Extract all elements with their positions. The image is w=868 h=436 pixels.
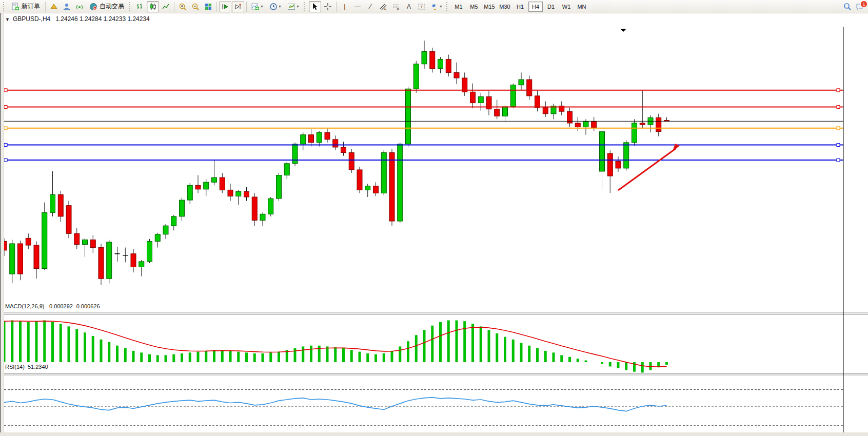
vertical-line-icon: | bbox=[344, 3, 345, 10]
separator bbox=[216, 2, 217, 12]
community-button[interactable] bbox=[61, 1, 73, 12]
svg-text:F: F bbox=[397, 8, 399, 11]
toolbar-grip[interactable] bbox=[3, 2, 6, 11]
tile-windows-button[interactable] bbox=[202, 1, 214, 12]
line-anchor[interactable] bbox=[4, 127, 7, 130]
candle-down bbox=[495, 109, 500, 116]
signals-button[interactable] bbox=[73, 1, 86, 12]
chevron-down-icon: ▼ bbox=[439, 5, 443, 8]
candlestick-chart-button[interactable] bbox=[147, 1, 159, 12]
tf-button-W1[interactable]: W1 bbox=[559, 2, 574, 12]
candle-down bbox=[640, 123, 645, 125]
line-anchor[interactable] bbox=[837, 105, 840, 108]
line-chart-button[interactable] bbox=[160, 1, 172, 12]
autotrading-label: 自动交易 bbox=[100, 2, 124, 11]
window-bottom-strip bbox=[0, 432, 868, 436]
chart-shift-marker-icon[interactable] bbox=[620, 29, 626, 32]
candle-down bbox=[90, 240, 95, 247]
toolbar-grip[interactable] bbox=[446, 2, 449, 11]
line-anchor[interactable] bbox=[837, 127, 840, 130]
chevron-down-icon: ▼ bbox=[260, 5, 264, 8]
candle-down bbox=[341, 147, 346, 153]
chart-shift-button[interactable] bbox=[232, 1, 244, 12]
arrows-icon bbox=[430, 3, 439, 11]
search-button[interactable] bbox=[841, 1, 854, 12]
tf-button-MN[interactable]: MN bbox=[575, 2, 589, 12]
macd-bar bbox=[84, 332, 86, 362]
zoom-in-button[interactable] bbox=[176, 1, 189, 12]
bar-chart-button[interactable] bbox=[134, 1, 146, 12]
candle-up bbox=[10, 244, 15, 274]
arrows-button[interactable]: ▼ bbox=[428, 1, 445, 12]
candle-up bbox=[422, 51, 427, 64]
horizontal-line-button[interactable]: — bbox=[351, 1, 364, 12]
tf-button-D1[interactable]: D1 bbox=[544, 2, 558, 12]
line-anchor[interactable] bbox=[4, 89, 7, 92]
macd-bar bbox=[488, 330, 490, 362]
tf-button-M15[interactable]: M15 bbox=[482, 2, 497, 12]
candle-down bbox=[454, 72, 459, 78]
new-order-icon bbox=[11, 3, 19, 11]
macd-bar bbox=[148, 354, 151, 362]
signals-icon bbox=[75, 3, 84, 11]
candle-up bbox=[583, 122, 588, 127]
tf-button-M5[interactable]: M5 bbox=[467, 2, 481, 12]
equidistant-channel-button[interactable]: E bbox=[377, 1, 389, 12]
candle-up bbox=[268, 199, 273, 214]
macd-bar bbox=[140, 352, 143, 362]
autotrading-button[interactable]: 自动交易 bbox=[86, 1, 127, 12]
chart-shift-icon bbox=[234, 3, 242, 11]
text-button[interactable]: A bbox=[403, 1, 415, 12]
candle-down bbox=[357, 170, 362, 190]
candle-up bbox=[365, 186, 370, 190]
line-anchor[interactable] bbox=[837, 143, 840, 146]
indicators-button[interactable]: ▼ bbox=[249, 1, 266, 12]
candle-up bbox=[180, 200, 185, 216]
trendline-button[interactable]: ∕ bbox=[364, 1, 377, 12]
macd-bar bbox=[237, 352, 240, 362]
templates-button[interactable]: ▼ bbox=[285, 1, 302, 12]
candle-down bbox=[18, 244, 23, 274]
separator bbox=[336, 2, 337, 12]
macd-bar bbox=[359, 352, 361, 362]
tf-button-H1[interactable]: H1 bbox=[513, 2, 527, 12]
gold-item-button[interactable] bbox=[48, 1, 60, 12]
tf-button-M1[interactable]: M1 bbox=[451, 2, 466, 12]
toolbar-grip[interactable] bbox=[304, 2, 306, 11]
line-anchor[interactable] bbox=[837, 158, 840, 162]
periods-button[interactable]: ▼ bbox=[267, 1, 284, 12]
macd-bar bbox=[439, 322, 442, 362]
line-anchor[interactable] bbox=[837, 89, 840, 92]
line-anchor[interactable] bbox=[4, 105, 7, 108]
line-anchor[interactable] bbox=[4, 158, 7, 162]
candle-down bbox=[373, 186, 379, 193]
window-left-edge bbox=[0, 13, 4, 432]
line-anchor[interactable] bbox=[4, 143, 7, 146]
candle-up bbox=[147, 241, 152, 261]
auto-scroll-button[interactable] bbox=[219, 1, 231, 12]
notifications-button[interactable]: 1 bbox=[854, 1, 866, 12]
new-order-button[interactable]: 新订单 bbox=[8, 1, 43, 12]
candle-up bbox=[277, 175, 282, 199]
macd-bar bbox=[471, 324, 474, 362]
macd-bar bbox=[116, 346, 119, 362]
tf-button-M30[interactable]: M30 bbox=[498, 2, 512, 12]
vertical-line-button[interactable]: | bbox=[339, 1, 351, 12]
macd-bar bbox=[278, 352, 280, 362]
price-chart-canvas[interactable] bbox=[0, 27, 868, 436]
candle-down bbox=[26, 238, 31, 245]
main-toolbar: 新订单 自动交易 ▼ ▼ bbox=[0, 0, 868, 13]
macd-bar bbox=[92, 336, 94, 362]
tf-button-H4[interactable]: H4 bbox=[528, 2, 543, 12]
crosshair-button[interactable] bbox=[322, 1, 334, 12]
fibonacci-button[interactable]: F bbox=[390, 1, 402, 12]
zoom-out-button[interactable] bbox=[189, 1, 202, 12]
macd-bar bbox=[35, 321, 38, 362]
candle-up bbox=[83, 240, 88, 244]
macd-bar bbox=[75, 329, 78, 362]
candle-up bbox=[139, 262, 144, 267]
toolbar-grip[interactable] bbox=[129, 2, 131, 11]
zoom-out-icon bbox=[191, 3, 200, 11]
text-label-button[interactable]: T bbox=[416, 1, 428, 12]
cursor-button[interactable] bbox=[309, 1, 321, 12]
